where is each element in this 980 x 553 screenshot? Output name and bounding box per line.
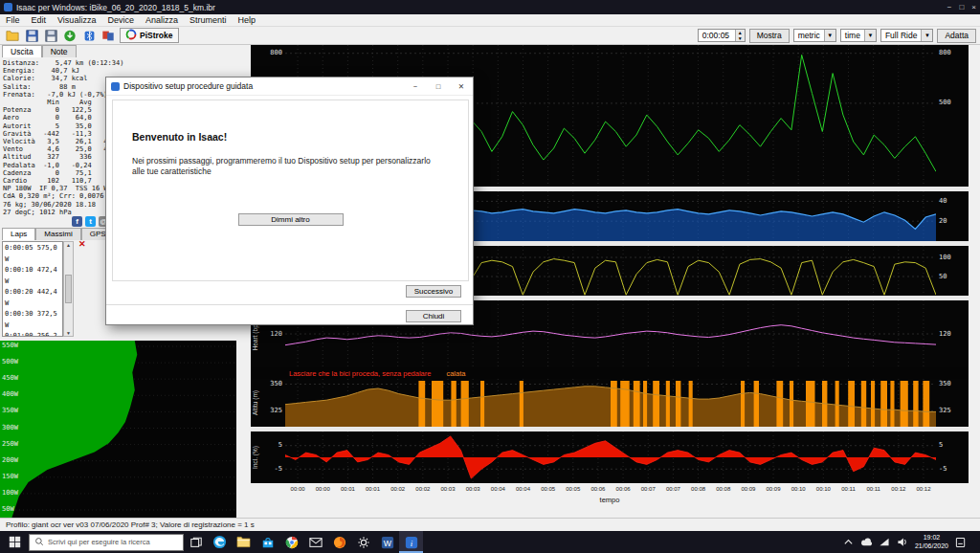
time-tick-label: 00:12: [886, 483, 911, 495]
altitude-axis-title: Altitu (m): [252, 390, 258, 415]
taskbar-isaac-icon[interactable]: i: [399, 531, 423, 553]
search-icon: [34, 537, 44, 548]
menu-item-analizza[interactable]: Analizza: [140, 15, 184, 25]
lap-row[interactable]: 0:00:10 472,4 W: [5, 265, 62, 287]
compare-rides-icon[interactable]: [100, 28, 117, 43]
taskbar-search[interactable]: Scrivi qui per eseguire la ricerca: [29, 534, 184, 551]
hist-axis-label: 500W: [2, 359, 18, 365]
time-axis: 00:0000:0000:0100:0100:0200:0200:0300:03…: [251, 483, 969, 505]
maximize-icon[interactable]: □: [959, 3, 964, 11]
taskbar-edge-icon[interactable]: [208, 531, 232, 553]
adatta-button[interactable]: Adatta: [937, 29, 976, 43]
dialog-maximize-icon[interactable]: □: [427, 77, 450, 95]
hist-axis-label: 50W: [2, 506, 14, 513]
power-axis-r: 800500: [936, 45, 969, 187]
power-tick-label: 500: [939, 100, 951, 106]
lap-tabs: LapsMassimiGPS: [2, 228, 115, 240]
menu-item-edit[interactable]: Edit: [26, 15, 53, 25]
laps-scrollbar[interactable]: ▲ ▼: [63, 241, 74, 337]
hist-axis-label: 100W: [2, 490, 18, 497]
scroll-down-icon[interactable]: ▼: [64, 330, 73, 336]
altitude-chart-row: Altitu (m)350325350325: [251, 379, 969, 427]
taskbar-settings-icon[interactable]: [351, 531, 375, 553]
time-tick-label: 00:07: [635, 483, 660, 495]
lap-row[interactable]: 0:00:20 442,4 W: [5, 287, 62, 309]
power-distribution-chart[interactable]: 550W500W450W400W350W300W250W200W150W100W…: [0, 341, 236, 518]
facebook-icon[interactable]: f: [72, 216, 82, 227]
taskbar-firefox-icon[interactable]: [327, 531, 351, 553]
time-tick-label: 00:01: [360, 483, 385, 495]
notification-center-icon[interactable]: [954, 536, 967, 548]
time-tick-label: 00:00: [310, 483, 335, 495]
menu-item-visualizza[interactable]: Visualizza: [52, 15, 101, 25]
time-tick-label: 00:02: [386, 483, 411, 495]
taskbar-clock[interactable]: 19:0221/06/2020: [915, 534, 948, 550]
scroll-thumb[interactable]: [65, 275, 72, 303]
menu-item-strumenti[interactable]: Strumenti: [184, 15, 233, 25]
cadence-tick-label: 50: [939, 274, 947, 280]
menu-item-device[interactable]: Device: [101, 15, 140, 25]
taskbar-store-icon[interactable]: [256, 531, 279, 553]
taskbar-file-explorer-icon[interactable]: [232, 531, 256, 553]
cloud-icon[interactable]: [860, 536, 873, 548]
hist-axis-label: 550W: [2, 343, 18, 349]
title-bar: Isaac per Windows: iBike_06_20_2020_1818…: [0, 0, 980, 14]
altitude-axis-l: Altitu (m)350325: [251, 379, 285, 427]
taskbar-task-view-icon[interactable]: [184, 531, 208, 553]
speed-axis-r: 4020: [936, 191, 969, 241]
save-as-icon[interactable]: [42, 28, 59, 43]
dialog-title-bar: Dispositivo setup procedure guidata − □ …: [106, 77, 473, 96]
incline-chart[interactable]: [285, 431, 936, 483]
interval-down-icon[interactable]: ▼: [736, 35, 745, 41]
annotation-highlight: calata: [446, 369, 465, 378]
scroll-up-icon[interactable]: ▲: [64, 242, 73, 248]
chiudi-button[interactable]: Chiudi: [406, 310, 461, 322]
minimize-icon[interactable]: −: [947, 3, 952, 11]
range-select[interactable]: Full Ride ▼: [880, 29, 934, 42]
altitude-tick-label: 350: [270, 381, 282, 387]
twitter-icon[interactable]: t: [85, 216, 96, 227]
mostra-button[interactable]: Mostra: [749, 29, 790, 43]
save-icon[interactable]: [23, 28, 40, 43]
tab-laps[interactable]: Laps: [2, 228, 35, 240]
altitude-chart[interactable]: [285, 379, 936, 427]
time-tick-label: 00:04: [510, 483, 535, 495]
time-axis-ticks: 00:0000:0000:0100:0100:0200:0200:0300:03…: [251, 483, 969, 495]
speed-tick-label: 20: [939, 218, 947, 225]
close-icon[interactable]: ×: [971, 3, 976, 11]
successivo-button[interactable]: Successivo: [406, 285, 461, 298]
lap-row[interactable]: 0:01:00 256,2 W: [5, 331, 62, 337]
tab-massimi[interactable]: Massimi: [35, 228, 80, 240]
taskbar-mail-icon[interactable]: [303, 531, 327, 553]
chevron-up-icon[interactable]: [842, 536, 855, 548]
device-bluetooth-icon[interactable]: [80, 28, 98, 43]
dialog-welcome-heading: Benvenuto in Isaac!: [132, 131, 227, 143]
dialog-minimize-icon[interactable]: −: [404, 77, 427, 95]
incline-axis-r: 5-5: [936, 431, 969, 483]
menu-item-help[interactable]: Help: [232, 15, 261, 25]
laps-list[interactable]: 0:00:05 575,0 W0:00:10 472,4 W0:00:20 44…: [2, 241, 63, 337]
network-icon[interactable]: [879, 536, 891, 548]
close-laps-icon[interactable]: ✕: [78, 240, 86, 249]
x-axis-select[interactable]: time ▼: [840, 29, 877, 42]
clock-time: 19:02: [915, 534, 948, 542]
open-file-icon[interactable]: [4, 28, 21, 43]
cadence-tick-label: 100: [939, 254, 951, 261]
coasting-annotation: Lasciare che la bici proceda, senza peda…: [251, 367, 969, 379]
volume-icon[interactable]: [897, 536, 909, 548]
tab-note[interactable]: Note: [42, 45, 77, 57]
tab-uscita[interactable]: Uscita: [2, 45, 42, 57]
taskbar-word-icon[interactable]: W: [375, 531, 399, 553]
interval-stepper[interactable]: 0:00:05 ▲▼: [698, 29, 746, 42]
dialog-close-icon[interactable]: ✕: [450, 77, 473, 95]
lap-row[interactable]: 0:00:30 372,5 W: [5, 309, 62, 331]
units-select[interactable]: metric ▼: [793, 29, 836, 42]
lap-row[interactable]: 0:00:05 575,0 W: [5, 243, 62, 265]
pistroke-button[interactable]: PiStroke: [120, 28, 179, 43]
device-download-icon[interactable]: [61, 28, 78, 43]
menu-item-file[interactable]: File: [0, 15, 26, 25]
taskbar-chrome-icon[interactable]: [279, 531, 303, 553]
start-button[interactable]: [0, 531, 29, 553]
dialog-icon: [111, 82, 120, 91]
dimmi-altro-button[interactable]: Dimmi altro: [238, 213, 344, 226]
